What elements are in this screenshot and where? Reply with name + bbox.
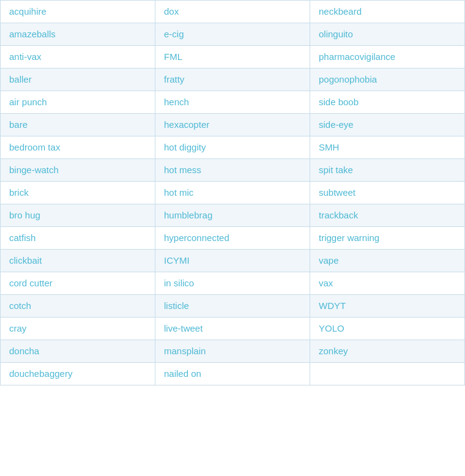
table-cell: spit take xyxy=(310,159,464,181)
table-row: binge-watchhot messspit take xyxy=(1,159,464,182)
table-cell: bedroom tax xyxy=(1,136,155,158)
table-cell: side-eye xyxy=(310,114,464,136)
table-cell: brick xyxy=(1,182,155,204)
table-cell: vax xyxy=(310,272,464,294)
table-cell: trigger warning xyxy=(310,227,464,249)
table-cell: zonkey xyxy=(310,340,464,362)
table-cell: hot mess xyxy=(155,159,310,181)
table-cell: baller xyxy=(1,69,155,91)
table-cell: pharmacovigilance xyxy=(310,46,464,68)
table-cell: hot diggity xyxy=(155,136,310,158)
table-cell: douchebaggery xyxy=(1,363,155,385)
table-cell: dox xyxy=(155,1,310,23)
table-cell: in silico xyxy=(155,272,310,294)
table-cell: cray xyxy=(1,318,155,340)
table-cell: mansplain xyxy=(155,340,310,362)
table-cell xyxy=(310,363,464,385)
table-row: barehexacopterside-eye xyxy=(1,114,464,136)
table-cell: hot mic xyxy=(155,182,310,204)
table-cell: anti-vax xyxy=(1,46,155,68)
table-cell: cotch xyxy=(1,295,155,317)
table-cell: vape xyxy=(310,250,464,272)
table-cell: fratty xyxy=(155,69,310,91)
table-row: clickbaitICYMIvape xyxy=(1,250,464,272)
table-cell: hexacopter xyxy=(155,114,310,136)
table-cell: hench xyxy=(155,91,310,113)
table-cell: live-tweet xyxy=(155,318,310,340)
table-row: air punchhenchside boob xyxy=(1,91,464,114)
table-cell: amazeballs xyxy=(1,23,155,45)
table-cell: FML xyxy=(155,46,310,68)
table-cell: WDYT xyxy=(310,295,464,317)
table-cell: pogonophobia xyxy=(310,69,464,91)
table-cell: humblebrag xyxy=(155,204,310,226)
table-row: brickhot micsubtweet xyxy=(1,182,464,204)
word-table: acquihiredoxneckbeardamazeballse-cigolin… xyxy=(0,0,465,385)
table-row: cotchlisticleWDYT xyxy=(1,295,464,318)
table-cell: binge-watch xyxy=(1,159,155,181)
table-cell: clickbait xyxy=(1,250,155,272)
table-cell: doncha xyxy=(1,340,155,362)
table-cell: bro hug xyxy=(1,204,155,226)
table-cell: hyperconnected xyxy=(155,227,310,249)
table-row: donchamansplainzonkey xyxy=(1,340,464,363)
table-cell: e-cig xyxy=(155,23,310,45)
table-row: craylive-tweetYOLO xyxy=(1,318,464,340)
table-cell: catfish xyxy=(1,227,155,249)
table-cell: neckbeard xyxy=(310,1,464,23)
table-row: ballerfrattypogonophobia xyxy=(1,69,464,91)
table-row: cord cutterin silicovax xyxy=(1,272,464,295)
table-cell: olinguito xyxy=(310,23,464,45)
table-row: douchebaggerynailed on xyxy=(1,363,464,385)
table-cell: ICYMI xyxy=(155,250,310,272)
table-row: bro hughumblebragtrackback xyxy=(1,204,464,227)
table-cell: subtweet xyxy=(310,182,464,204)
table-cell: trackback xyxy=(310,204,464,226)
table-cell: bare xyxy=(1,114,155,136)
table-row: acquihiredoxneckbeard xyxy=(1,1,464,23)
table-row: anti-vaxFMLpharmacovigilance xyxy=(1,46,464,69)
table-row: bedroom taxhot diggitySMH xyxy=(1,136,464,159)
table-cell: SMH xyxy=(310,136,464,158)
table-cell: nailed on xyxy=(155,363,310,385)
table-cell: YOLO xyxy=(310,318,464,340)
table-row: catfishhyperconnectedtrigger warning xyxy=(1,227,464,250)
table-cell: cord cutter xyxy=(1,272,155,294)
table-cell: listicle xyxy=(155,295,310,317)
table-cell: acquihire xyxy=(1,1,155,23)
table-cell: side boob xyxy=(310,91,464,113)
table-cell: air punch xyxy=(1,91,155,113)
table-row: amazeballse-cigolinguito xyxy=(1,23,464,46)
